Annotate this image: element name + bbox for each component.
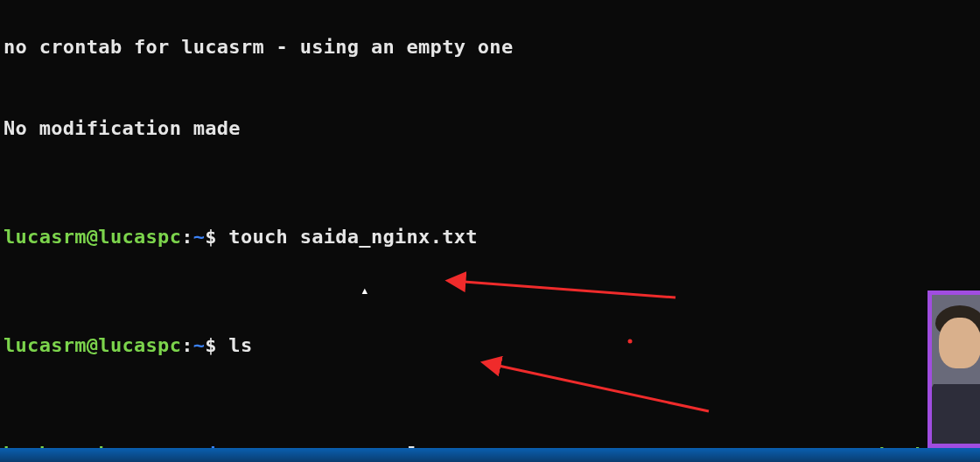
prompt-path: ~ — [193, 226, 206, 248]
prompt-line: lucasrm@lucaspc:~$ touch saida_nginx.txt — [4, 223, 980, 250]
taskbar[interactable] — [0, 448, 980, 462]
mouse-cursor-icon: ▴ — [360, 276, 369, 304]
prompt-userhost: lucasrm@lucaspc — [4, 334, 181, 356]
prompt-line: lucasrm@lucaspc:~$ ls — [4, 332, 980, 359]
prompt-dollar: $ — [205, 334, 217, 356]
cmd-text: ls — [217, 334, 253, 356]
output-line: no crontab for lucasrm - using an empty … — [4, 33, 980, 60]
prompt-sep: : — [181, 226, 193, 248]
prompt-userhost: lucasrm@lucaspc — [4, 226, 181, 248]
output-line: No modification made — [4, 115, 980, 142]
webcam-overlay — [928, 290, 980, 448]
person-head — [939, 318, 980, 368]
cmd-text: touch saida_nginx.txt — [217, 226, 478, 248]
prompt-dollar: $ — [205, 226, 217, 248]
person-shirt — [928, 368, 980, 448]
prompt-path: ~ — [193, 334, 206, 356]
prompt-sep: : — [181, 334, 193, 356]
terminal-output[interactable]: no crontab for lucasrm - using an empty … — [4, 0, 980, 462]
